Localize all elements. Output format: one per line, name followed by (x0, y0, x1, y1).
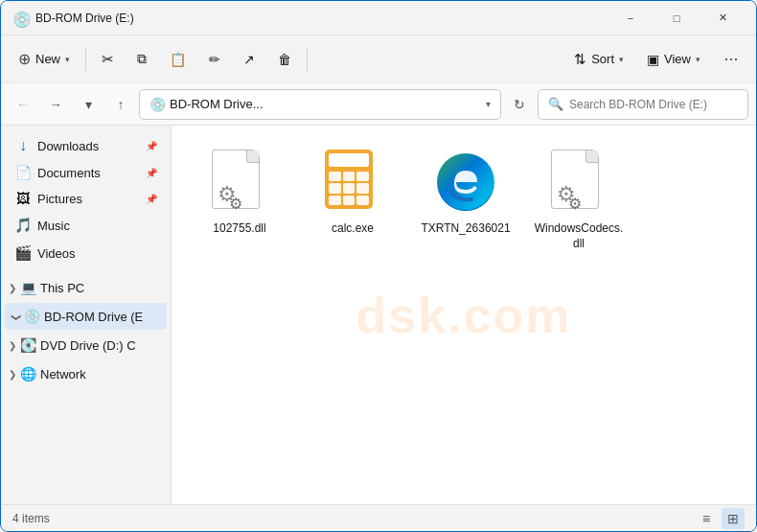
gear-icon-small: ⚙ (568, 195, 582, 213)
list-item[interactable]: calc.exe (300, 141, 405, 259)
delete-icon: 🗑 (278, 52, 291, 67)
file-icon-wrapper: ⚙ ⚙ (206, 149, 273, 216)
sidebar-item-pictures[interactable]: 🖼 Pictures 📌 (5, 186, 167, 211)
sidebar-item-label: Videos (37, 246, 157, 261)
more-button[interactable]: ··· (714, 42, 748, 77)
search-input[interactable] (569, 98, 738, 111)
music-icon: 🎵 (14, 217, 32, 234)
more-icon: ··· (723, 49, 738, 69)
sidebar-item-label: Music (37, 219, 157, 233)
section-label: BD-ROM Drive (E (44, 310, 159, 324)
file-grid: dsk.com ⚙ ⚙ 102755.dll (172, 126, 756, 504)
sort-button[interactable]: ⇅ Sort ▾ (564, 42, 633, 77)
address-text: BD-ROM Drive... (170, 97, 482, 111)
minimize-button[interactable]: − (608, 3, 653, 34)
gear-icon-small: ⚙ (229, 195, 242, 213)
forward-button[interactable]: → (41, 90, 70, 119)
content-area: ↓ Downloads 📌 📄 Documents 📌 🖼 Pictures 📌… (1, 126, 756, 504)
dll-file-icon: ⚙ ⚙ (212, 150, 267, 215)
up-button[interactable]: ↑ (106, 90, 135, 119)
path-chevron: ▾ (486, 99, 491, 109)
separator-1 (85, 48, 86, 71)
address-path[interactable]: 💿 BD-ROM Drive... ▾ (139, 89, 501, 120)
delete-button[interactable]: 🗑 (268, 42, 301, 77)
list-item[interactable]: TXRTN_2636021 (413, 141, 518, 259)
grid-view-button[interactable]: ⊞ (722, 508, 745, 529)
back-button[interactable]: ← (9, 90, 37, 119)
expand-icon: ❯ (11, 312, 22, 320)
sidebar-item-label: Pictures (37, 192, 140, 206)
sidebar-item-music[interactable]: 🎵 Music (5, 212, 167, 239)
expand-icon: ❯ (9, 369, 16, 380)
maximize-button[interactable]: □ (654, 3, 699, 34)
recent-button[interactable]: ▾ (74, 90, 103, 119)
paste-icon: 📋 (170, 52, 186, 67)
cut-icon: ✂ (102, 51, 114, 68)
toolbar: ⊕ New ▾ ✂ ⧉ 📋 ✏ ↗ 🗑 ⇅ Sort ▾ ▣ (1, 35, 756, 83)
section-label: DVD Drive (D:) C (40, 338, 163, 353)
close-button[interactable]: ✕ (700, 3, 745, 34)
sidebar-section-bdrom[interactable]: ❯ 💿 BD-ROM Drive (E (5, 303, 167, 330)
section-label: Network (40, 367, 163, 382)
pin-icon: 📌 (146, 194, 157, 204)
new-button[interactable]: ⊕ New ▾ (9, 42, 80, 77)
list-item[interactable]: ⚙ ⚙ WindowsCodecs.dll (526, 141, 631, 259)
pin-icon: 📌 (146, 141, 157, 151)
drive-icon: 💿 (149, 97, 166, 112)
search-box[interactable]: 🔍 (538, 89, 748, 120)
bdrom-icon: 💿 (24, 309, 40, 324)
file-name: calc.exe (332, 221, 374, 237)
cut-button[interactable]: ✂ (92, 42, 124, 77)
window-title: BD-ROM Drive (E:) (35, 12, 608, 25)
view-chevron: ▾ (696, 55, 700, 64)
copy-icon: ⧉ (137, 51, 147, 67)
new-label: New (35, 52, 60, 66)
file-icon-wrapper (319, 149, 386, 216)
share-button[interactable]: ↗ (234, 42, 264, 77)
documents-icon: 📄 (14, 165, 32, 180)
address-bar: ← → ▾ ↑ 💿 BD-ROM Drive... ▾ ↻ 🔍 (1, 83, 756, 126)
downloads-icon: ↓ (14, 137, 32, 154)
status-bar: 4 items ≡ ⊞ (1, 504, 756, 531)
dvd-icon: 💽 (20, 337, 36, 353)
file-name: TXRTN_2636021 (421, 221, 510, 237)
sort-label: Sort (591, 52, 614, 66)
copy-button[interactable]: ⧉ (127, 42, 156, 77)
view-button[interactable]: ▣ View ▾ (637, 42, 710, 77)
list-view-icon: ≡ (702, 511, 710, 526)
new-chevron: ▾ (65, 55, 70, 64)
list-item[interactable]: ⚙ ⚙ 102755.dll (187, 141, 292, 259)
sidebar-item-label: Documents (37, 166, 140, 180)
title-bar: 💿 BD-ROM Drive (E:) − □ ✕ (1, 1, 756, 35)
sidebar-item-documents[interactable]: 📄 Documents 📌 (5, 160, 167, 185)
grid-view-icon: ⊞ (727, 511, 739, 526)
items-count: 4 items (12, 512, 695, 525)
sidebar-item-label: Downloads (37, 139, 140, 153)
refresh-button[interactable]: ↻ (505, 90, 534, 119)
share-icon: ↗ (243, 52, 255, 67)
pictures-icon: 🖼 (14, 191, 32, 206)
network-icon: 🌐 (20, 366, 36, 382)
rename-button[interactable]: ✏ (199, 42, 230, 77)
calculator-icon (325, 150, 380, 215)
window-controls: − □ ✕ (608, 3, 745, 34)
codecs-dll-icon: ⚙ ⚙ (551, 150, 607, 215)
expand-icon: ❯ (9, 283, 16, 293)
sidebar-item-downloads[interactable]: ↓ Downloads 📌 (5, 132, 167, 159)
new-icon: ⊕ (18, 50, 31, 68)
list-view-button[interactable]: ≡ (695, 508, 718, 529)
sidebar: ↓ Downloads 📌 📄 Documents 📌 🖼 Pictures 📌… (1, 126, 172, 504)
sort-chevron: ▾ (619, 55, 624, 64)
expand-icon: ❯ (9, 340, 16, 351)
rename-icon: ✏ (209, 52, 220, 67)
file-icon-wrapper (432, 149, 499, 216)
videos-icon: 🎬 (14, 244, 32, 262)
pin-icon: 📌 (146, 168, 157, 178)
paste-button[interactable]: 📋 (160, 42, 195, 77)
file-name: WindowsCodecs.dll (532, 221, 626, 251)
sidebar-section-network[interactable]: ❯ 🌐 Network (1, 360, 171, 387)
watermark: dsk.com (356, 287, 572, 344)
sidebar-section-this-pc[interactable]: ❯ 💻 This PC (1, 274, 171, 301)
sidebar-section-dvd[interactable]: ❯ 💽 DVD Drive (D:) C (1, 332, 171, 359)
sidebar-item-videos[interactable]: 🎬 Videos (5, 240, 167, 266)
